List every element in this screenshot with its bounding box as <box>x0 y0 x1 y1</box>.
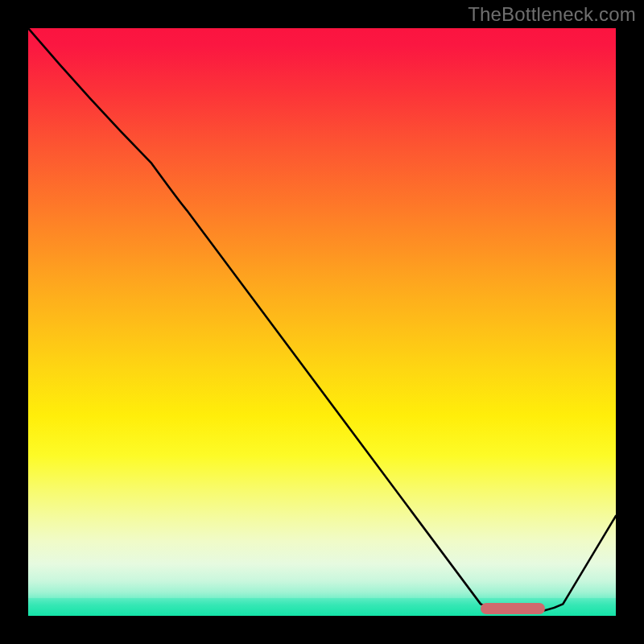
optimal-range-marker <box>481 603 545 614</box>
plot-area <box>28 28 616 616</box>
curve-path <box>28 28 616 613</box>
bottleneck-curve <box>28 28 616 616</box>
chart-container: TheBottleneck.com <box>0 0 644 644</box>
attribution-text: TheBottleneck.com <box>468 3 636 26</box>
